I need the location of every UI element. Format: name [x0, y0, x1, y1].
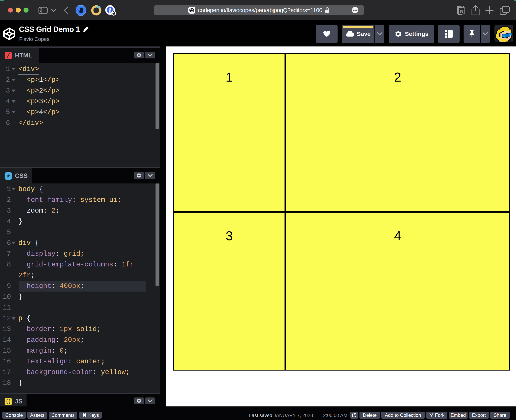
svg-text:N: N: [460, 8, 463, 14]
